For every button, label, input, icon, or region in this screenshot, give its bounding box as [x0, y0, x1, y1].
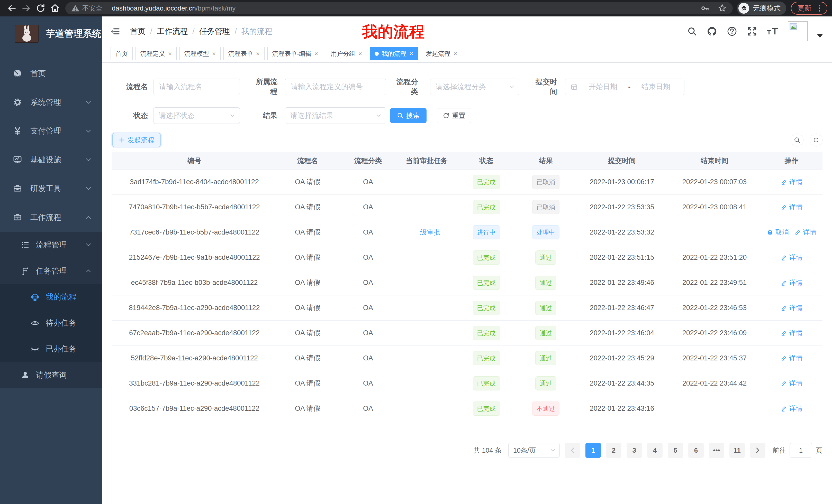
- font-size-icon[interactable]: [767, 26, 779, 37]
- search-icon[interactable]: [687, 26, 697, 36]
- detail-link[interactable]: 详情: [781, 278, 803, 287]
- detail-link[interactable]: 详情: [781, 329, 803, 338]
- browser-back-icon[interactable]: [5, 1, 19, 16]
- status-badge: 已完成: [473, 175, 500, 189]
- sidebar-item-研发工具[interactable]: 研发工具: [0, 174, 102, 203]
- tab-close-icon[interactable]: ×: [453, 50, 457, 57]
- sidebar-item-任务管理[interactable]: 任务管理: [0, 258, 102, 284]
- refresh-icon: [443, 112, 449, 119]
- detail-link[interactable]: 详情: [781, 354, 803, 363]
- sidebar-item-label: 我的流程: [46, 292, 77, 302]
- sidebar-item-系统管理[interactable]: 系统管理: [0, 88, 102, 117]
- process-definition-input[interactable]: [285, 79, 386, 95]
- detail-link[interactable]: 详情: [781, 203, 803, 212]
- tab-首页[interactable]: 首页: [110, 47, 133, 60]
- tab-用户分组[interactable]: 用户分组×: [326, 47, 367, 60]
- url-text[interactable]: dashboard.yudao.iocoder.cn/bpm/task/my: [112, 4, 235, 12]
- avatar-dropdown-caret-icon[interactable]: [817, 34, 823, 38]
- security-warning-icon[interactable]: [71, 4, 80, 12]
- page-button-4[interactable]: 4: [647, 443, 662, 458]
- breadcrumb-item[interactable]: 任务管理: [199, 26, 230, 37]
- browser-forward-icon[interactable]: [19, 1, 33, 16]
- page-button-11[interactable]: 11: [729, 443, 745, 458]
- sidebar-item-基础设施[interactable]: 基础设施: [0, 145, 102, 174]
- sidebar-item-工作流程[interactable]: 工作流程: [0, 203, 102, 232]
- url-bar[interactable]: 不安全 dashboard.yudao.iocoder.cn/bpm/task/…: [65, 2, 733, 15]
- tab-close-icon[interactable]: ×: [358, 50, 362, 57]
- tab-close-icon[interactable]: ×: [314, 50, 318, 57]
- chevron-down-icon: [86, 101, 91, 104]
- github-icon[interactable]: [706, 26, 717, 37]
- sidebar-item-首页[interactable]: 首页: [0, 59, 102, 88]
- cell-id: 67c2eaab-7b9a-11ec-a290-acde48001122: [112, 329, 277, 338]
- browser-reload-icon[interactable]: [33, 1, 48, 16]
- tab-流程表单[interactable]: 流程表单×: [224, 47, 265, 60]
- page-size-select[interactable]: 10条/页: [508, 443, 560, 457]
- reset-button[interactable]: 重置: [437, 108, 471, 123]
- breadcrumb-item[interactable]: 工作流程: [157, 26, 188, 37]
- sidebar-item-支付管理[interactable]: 支付管理: [0, 117, 102, 145]
- detail-link[interactable]: 详情: [781, 178, 803, 187]
- cell-process-name: OA 请假: [277, 253, 339, 262]
- detail-link[interactable]: 详情: [781, 404, 803, 413]
- update-button[interactable]: 更新: [791, 2, 827, 15]
- sidebar-item-label: 研发工具: [30, 184, 61, 194]
- tab-流程表单-编辑[interactable]: 流程表单-编辑×: [267, 47, 323, 60]
- cell-result: 通过: [516, 276, 575, 290]
- breadcrumb-item[interactable]: 首页: [130, 26, 146, 37]
- table-search-button[interactable]: [790, 134, 803, 146]
- cell-process-name: OA 请假: [277, 177, 339, 187]
- tab-我的流程[interactable]: 我的流程×: [370, 47, 418, 60]
- security-label[interactable]: 不安全: [82, 4, 102, 13]
- tab-close-icon[interactable]: ×: [168, 50, 172, 57]
- tab-close-icon[interactable]: ×: [410, 50, 413, 57]
- tab-流程定义[interactable]: 流程定义×: [135, 47, 177, 60]
- date-range-picker[interactable]: 开始日期 - 结束日期: [565, 79, 684, 95]
- start-date-placeholder[interactable]: 开始日期: [580, 82, 626, 92]
- logo-row[interactable]: 芋道管理系统: [0, 17, 102, 47]
- pagination-ellipsis[interactable]: •••: [709, 443, 724, 458]
- page-button-3[interactable]: 3: [627, 443, 642, 458]
- password-key-icon[interactable]: [700, 4, 710, 13]
- tab-流程模型[interactable]: 流程模型×: [179, 47, 220, 60]
- tags-view-bar: 首页流程定义×流程模型×流程表单×流程表单-编辑×用户分组×我的流程×发起流程×: [102, 46, 832, 63]
- end-date-placeholder[interactable]: 结束日期: [633, 82, 679, 92]
- sidebar-item-已办任务[interactable]: 已办任务: [0, 336, 102, 362]
- current-task-link[interactable]: 一级审批: [413, 228, 440, 237]
- cell-actions: 详情: [760, 404, 823, 413]
- browser-menu-kebab-icon[interactable]: [815, 4, 823, 12]
- sidebar-item-请假查询[interactable]: 请假查询: [0, 362, 102, 388]
- tab-close-icon[interactable]: ×: [256, 50, 260, 57]
- fullscreen-icon[interactable]: [747, 26, 757, 37]
- create-process-button[interactable]: 发起流程: [112, 133, 161, 147]
- detail-link[interactable]: 详情: [795, 228, 816, 237]
- page-button-1[interactable]: 1: [586, 443, 601, 458]
- tab-close-icon[interactable]: ×: [212, 50, 216, 57]
- page-button-6[interactable]: 6: [688, 443, 704, 458]
- page-button-5[interactable]: 5: [668, 443, 683, 458]
- status-select[interactable]: 请选择状态: [153, 107, 240, 124]
- table-refresh-button[interactable]: [810, 134, 823, 146]
- tab-发起流程[interactable]: 发起流程×: [421, 47, 462, 60]
- result-select[interactable]: 请选择流结果: [285, 107, 386, 124]
- sidebar-toggle-icon[interactable]: [110, 26, 121, 36]
- page-button-2[interactable]: 2: [606, 443, 621, 458]
- help-icon[interactable]: [727, 26, 737, 37]
- detail-link[interactable]: 详情: [781, 379, 803, 388]
- cancel-link[interactable]: 取消: [767, 228, 789, 237]
- search-button[interactable]: 搜索: [390, 108, 426, 123]
- sidebar-item-待办任务[interactable]: 待办任务: [0, 310, 102, 336]
- prev-page-button[interactable]: [565, 443, 580, 458]
- avatar[interactable]: [788, 21, 808, 41]
- category-select[interactable]: 请选择流程分类: [430, 79, 519, 95]
- detail-link[interactable]: 详情: [781, 304, 803, 312]
- sidebar-item-流程管理[interactable]: 流程管理: [0, 232, 102, 258]
- next-page-button[interactable]: [750, 443, 765, 458]
- sidebar-item-我的流程[interactable]: 我的流程: [0, 284, 102, 310]
- detail-link[interactable]: 详情: [781, 253, 803, 262]
- bookmark-star-icon[interactable]: [717, 3, 727, 13]
- browser-home-icon[interactable]: [48, 1, 62, 16]
- process-name-input[interactable]: [153, 79, 240, 95]
- column-header-状态: 状态: [457, 156, 516, 165]
- goto-page-input[interactable]: [789, 443, 812, 457]
